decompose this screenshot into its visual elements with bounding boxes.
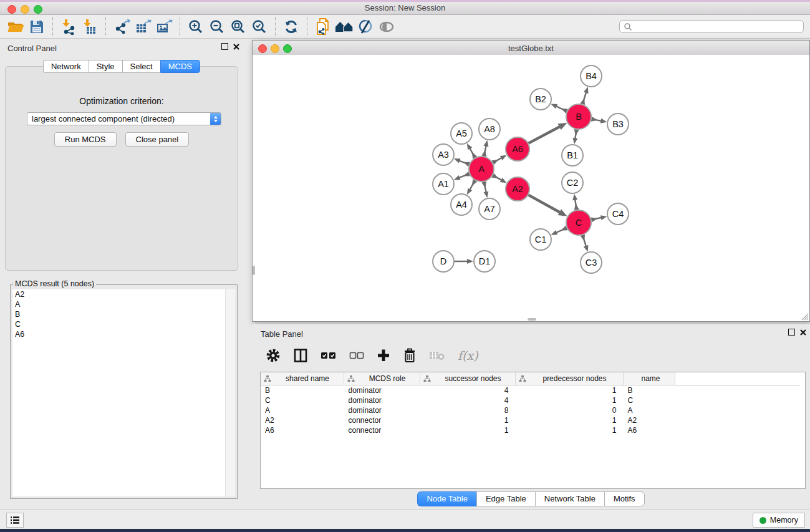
save-session-button[interactable] <box>26 17 47 37</box>
table-cell[interactable]: 1 <box>516 415 624 425</box>
export-image-button[interactable] <box>153 17 175 37</box>
table-cell[interactable]: 1 <box>516 385 624 396</box>
table-cell[interactable]: dominator <box>344 395 420 405</box>
zoom-out-icon <box>209 19 225 35</box>
table-cell[interactable]: B <box>261 385 344 396</box>
zoom-selected-button[interactable] <box>249 17 270 37</box>
tab-select[interactable]: Select <box>122 60 160 73</box>
show-graphics-details-button[interactable] <box>376 17 397 37</box>
run-mcds-button[interactable]: Run MCDS <box>54 132 117 147</box>
mcds-result-item[interactable]: C <box>12 319 226 329</box>
clear-selection-button[interactable] <box>349 351 364 360</box>
zoom-in-button[interactable] <box>185 17 206 37</box>
column-label: successor nodes <box>431 374 515 383</box>
delete-column-button[interactable] <box>403 348 417 363</box>
network-canvas[interactable]: AA1A3A5A8A4A7A6A2BB1B2B3B4CC1C2C3C4DD1 <box>253 55 809 321</box>
close-panel-icon[interactable] <box>233 44 239 50</box>
table-row[interactable]: Adominator80A <box>261 405 800 415</box>
table-cell[interactable]: connector <box>344 425 420 435</box>
table-cell[interactable]: 1 <box>516 425 624 435</box>
search-field[interactable] <box>619 20 804 33</box>
table-cell[interactable]: A6 <box>624 425 675 435</box>
mcds-result-item[interactable]: B <box>12 309 226 319</box>
table-cell[interactable]: A2 <box>261 415 344 425</box>
float-panel-icon[interactable] <box>221 43 228 50</box>
table-cell[interactable]: C <box>261 395 344 405</box>
home-view-button[interactable] <box>334 17 355 37</box>
close-table-panel-icon[interactable] <box>800 329 806 336</box>
mcds-list-scrollbar[interactable] <box>225 289 235 496</box>
mcds-result-list[interactable]: A2ABCA6 <box>12 289 226 496</box>
zoom-fit-button[interactable] <box>228 17 249 37</box>
control-panel: Control Panel NetworkStyleSelectMCDS Opt… <box>0 39 243 510</box>
table-settings-button[interactable] <box>266 348 281 363</box>
criterion-dropdown[interactable]: largest connected component (directed) <box>27 112 221 125</box>
add-column-button[interactable] <box>377 349 390 362</box>
tab-mcds[interactable]: MCDS <box>160 60 200 73</box>
table-row[interactable]: A6connector11A6 <box>261 425 800 435</box>
search-input[interactable] <box>632 22 803 32</box>
save-floppy-icon <box>29 19 44 34</box>
task-history-button[interactable] <box>6 513 24 528</box>
tree-column-icon <box>264 375 271 382</box>
tab-edge-table[interactable]: Edge Table <box>476 491 535 506</box>
column-header-successor-nodes[interactable]: successor nodes <box>420 372 516 385</box>
show-columns-button[interactable] <box>293 348 308 363</box>
tab-style[interactable]: Style <box>89 60 122 73</box>
mcds-result-item[interactable]: A <box>12 299 226 309</box>
column-header-predecessor-nodes[interactable]: predecessor nodes <box>516 372 624 385</box>
table-cell[interactable]: 4 <box>420 385 516 396</box>
new-network-button[interactable] <box>312 17 334 37</box>
table-cell[interactable]: 4 <box>420 395 516 405</box>
column-label: predecessor nodes <box>526 374 623 383</box>
refresh-layout-button[interactable] <box>281 17 302 37</box>
table-row[interactable]: A2connector11A2 <box>261 415 800 425</box>
table-cell[interactable]: C <box>624 395 675 405</box>
column-header-name[interactable]: name <box>624 372 675 385</box>
table-cell[interactable]: A6 <box>261 425 344 435</box>
import-table-button[interactable] <box>79 17 100 37</box>
tab-node-table[interactable]: Node Table <box>417 491 476 506</box>
tab-motifs[interactable]: Motifs <box>604 491 645 506</box>
table-cell[interactable]: 8 <box>420 405 516 415</box>
mcds-result-item[interactable]: A2 <box>12 289 226 299</box>
select-all-button[interactable] <box>321 351 337 360</box>
mcds-result-item[interactable]: A6 <box>12 329 226 339</box>
table-cell[interactable]: A <box>624 405 675 415</box>
table-cell[interactable]: 0 <box>516 405 624 415</box>
tab-network-table[interactable]: Network Table <box>535 491 604 506</box>
column-header-shared-name[interactable]: shared name <box>261 372 344 385</box>
network-window-titlebar[interactable]: testGlobe.txt <box>253 41 809 56</box>
status-bar: Memory <box>0 510 810 529</box>
table-cell[interactable]: B <box>624 385 675 396</box>
table-cell[interactable]: dominator <box>344 385 420 396</box>
tab-network[interactable]: Network <box>43 60 89 73</box>
resize-grip[interactable] <box>801 312 809 321</box>
table-cell[interactable]: connector <box>344 415 420 425</box>
table-cell[interactable]: 1 <box>420 425 516 435</box>
table-row[interactable]: Bdominator41B <box>261 385 800 396</box>
table-cell[interactable]: dominator <box>344 405 420 415</box>
column-header-mcds-role[interactable]: MCDS role <box>344 372 420 385</box>
close-panel-button[interactable]: Close panel <box>125 132 190 147</box>
export-table-button[interactable] <box>132 17 153 37</box>
memory-button[interactable]: Memory <box>753 513 805 528</box>
table-toolbar: f(x) <box>259 342 805 369</box>
table-cell[interactable]: A <box>261 405 344 415</box>
export-network-button[interactable] <box>111 17 132 37</box>
zoom-out-button[interactable] <box>206 17 228 37</box>
table-cell[interactable]: 1 <box>420 415 516 425</box>
delete-table-button[interactable] <box>429 350 445 361</box>
vertical-scrollbar-thumb[interactable] <box>253 266 255 275</box>
float-table-panel-icon[interactable] <box>788 329 795 336</box>
table-cell[interactable]: 1 <box>516 395 624 405</box>
import-network-button[interactable] <box>58 17 79 37</box>
table-cell[interactable]: A2 <box>624 415 675 425</box>
table-row[interactable]: Cdominator41C <box>261 395 800 405</box>
app-title: Session: New Session <box>0 3 810 12</box>
hide-graphics-button[interactable] <box>355 17 376 37</box>
search-icon <box>624 22 632 31</box>
open-session-button[interactable] <box>5 17 26 37</box>
function-builder-button[interactable]: f(x) <box>458 349 478 362</box>
horizontal-scrollbar-thumb[interactable] <box>528 318 536 321</box>
